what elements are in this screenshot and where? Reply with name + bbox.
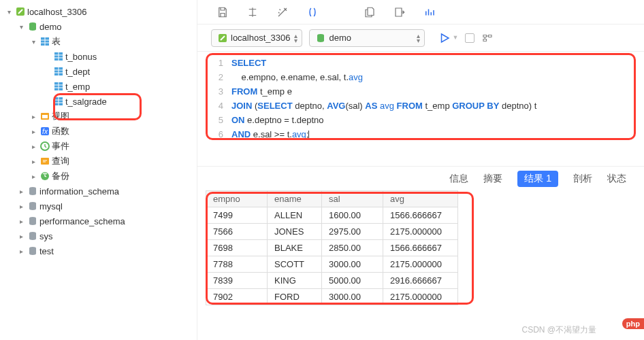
chevron-right-icon: ▸ (16, 218, 26, 225)
connection-label: localhost_3306 (27, 7, 86, 17)
connection-icon (216, 33, 229, 44)
database-icon (26, 245, 39, 256)
results-table[interactable]: empno ename sal avg 7499ALLEN1600.001566… (206, 190, 458, 305)
database-icon (314, 33, 327, 44)
table-group-icon (38, 36, 52, 47)
updown-icon: ▴▾ (417, 33, 420, 43)
format-icon[interactable] (246, 6, 259, 18)
result-tabs: 信息 摘要 结果 1 剖析 状态 (197, 166, 644, 190)
toolbar-actions (197, 0, 644, 24)
database-label: mysql (39, 201, 63, 211)
parens-icon[interactable] (306, 6, 319, 18)
table-label: t_bonus (65, 52, 97, 62)
connection-select-value: localhost_3306 (229, 33, 294, 43)
wand-icon[interactable] (276, 6, 289, 18)
svg-rect-12 (41, 158, 49, 165)
table-row[interactable]: 7902FORD3000.002175.000000 (206, 289, 458, 305)
chevron-right-icon: ▸ (16, 188, 26, 195)
table-row[interactable]: 7698BLAKE2850.001566.666667 (206, 240, 458, 256)
tab-summary[interactable]: 摘要 (483, 173, 502, 185)
table-row[interactable]: 7839KING5000.002916.666667 (206, 273, 458, 289)
chevron-right-icon: ▸ (16, 233, 26, 240)
toolbar-context: localhost_3306 ▴▾ demo ▴▾ ▼ (197, 24, 644, 52)
chevron-down-icon: ▾ (4, 8, 14, 16)
sidebar: ▾ localhost_3306 ▾ demo ▾ 表 t_bonust_dep… (0, 0, 197, 340)
table-row[interactable]: 7566JONES2975.002175.000000 (206, 224, 458, 240)
table-label: t_dept (65, 67, 90, 77)
database-label: sys (39, 231, 53, 241)
table-icon (52, 81, 65, 92)
database-label: test (39, 246, 54, 256)
export-icon[interactable] (393, 6, 406, 18)
table-icon (52, 51, 65, 62)
database-node-performance_schema[interactable]: ▸performance_schema (0, 214, 197, 228)
database-node-mysql[interactable]: ▸mysql (0, 199, 197, 214)
connection-icon (14, 6, 27, 17)
chart-icon[interactable] (423, 6, 436, 18)
table-icon (52, 96, 65, 107)
stop-button[interactable] (465, 33, 474, 43)
col-avg[interactable]: avg (383, 191, 458, 207)
functions-icon: fx (38, 126, 52, 137)
chevron-right-icon: ▸ (16, 203, 26, 210)
chevron-down-icon: ▾ (16, 23, 26, 31)
events-icon (38, 141, 52, 152)
chevron-down-icon: ▾ (29, 38, 38, 46)
folder-functions[interactable]: ▸fx函数 (0, 124, 197, 139)
tables-folder[interactable]: ▾ 表 (0, 34, 197, 49)
chevron-right-icon: ▸ (29, 113, 38, 120)
col-sal[interactable]: sal (322, 191, 383, 207)
chevron-right-icon: ▸ (29, 128, 38, 135)
run-dropdown-icon[interactable]: ▼ (452, 34, 458, 41)
chevron-right-icon: ▸ (29, 143, 38, 150)
run-icon[interactable] (438, 32, 451, 44)
sql-editor[interactable]: 1SELECT 2 e.empno, e.ename, e.sal, t.avg… (197, 52, 644, 146)
database-icon (26, 186, 39, 197)
tab-info[interactable]: 信息 (449, 173, 468, 185)
table-row[interactable]: 7788SCOTT3000.002175.000000 (206, 256, 458, 273)
results-panel: empno ename sal avg 7499ALLEN1600.001566… (197, 190, 644, 305)
php-badge: php (622, 318, 644, 329)
chevron-right-icon: ▸ (16, 248, 26, 255)
chevron-right-icon: ▸ (29, 158, 38, 165)
folder-label: 备份 (52, 170, 69, 182)
updown-icon: ▴▾ (294, 33, 297, 43)
folder-queries[interactable]: ▸查询 (0, 154, 197, 169)
database-icon (26, 201, 39, 211)
copy-icon[interactable] (364, 6, 376, 18)
folder-label: 事件 (52, 140, 69, 152)
col-ename[interactable]: ename (268, 191, 322, 207)
database-node-information_schema[interactable]: ▸information_schema (0, 184, 197, 199)
database-select[interactable]: demo ▴▾ (309, 29, 425, 47)
database-node-test[interactable]: ▸test (0, 243, 197, 258)
table-row[interactable]: 7499ALLEN1600.001566.666667 (206, 207, 458, 224)
database-label: information_schema (39, 186, 119, 197)
table-node-t_salgrade[interactable]: t_salgrade (0, 94, 197, 109)
database-node-sys[interactable]: ▸sys (0, 228, 197, 243)
backups-icon (38, 171, 52, 182)
chevron-right-icon: ▸ (29, 173, 38, 180)
explain-icon[interactable] (481, 32, 494, 44)
folder-label: 视图 (52, 110, 69, 122)
tab-status[interactable]: 状态 (607, 173, 626, 185)
tab-results[interactable]: 结果 1 (517, 171, 558, 187)
table-node-t_bonus[interactable]: t_bonus (0, 49, 197, 64)
table-node-t_emp[interactable]: t_emp (0, 79, 197, 94)
folder-backups[interactable]: ▸备份 (0, 169, 197, 184)
tab-analyze[interactable]: 剖析 (573, 173, 592, 185)
views-icon (38, 111, 52, 122)
database-icon (26, 216, 39, 226)
col-empno[interactable]: empno (206, 191, 268, 207)
folder-events[interactable]: ▸事件 (0, 139, 197, 154)
database-node[interactable]: ▾ demo (0, 19, 197, 34)
table-label: t_salgrade (65, 97, 107, 107)
connection-select[interactable]: localhost_3306 ▴▾ (211, 29, 302, 47)
folder-views[interactable]: ▸视图 (0, 109, 197, 124)
tables-folder-label: 表 (52, 35, 61, 48)
database-icon (26, 21, 39, 32)
folder-label: 函数 (52, 125, 69, 137)
save-icon[interactable] (216, 6, 229, 18)
table-node-t_dept[interactable]: t_dept (0, 64, 197, 79)
main-area: localhost_3306 ▴▾ demo ▴▾ ▼ 1SELECT 2 e.… (197, 0, 644, 340)
connection-node[interactable]: ▾ localhost_3306 (0, 4, 197, 19)
